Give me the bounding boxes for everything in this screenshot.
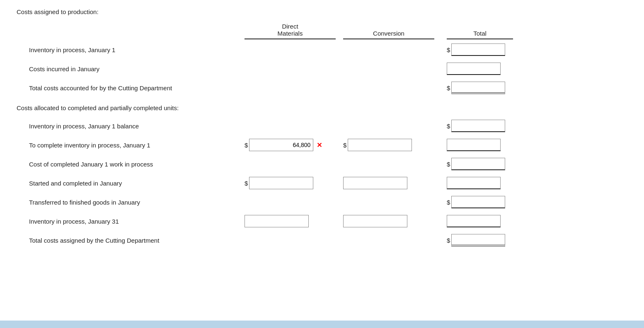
header-note: Costs assigned to production: [17,8,627,15]
dollar-total-costs-assigned: $ [447,237,450,244]
input-total-to-complete[interactable] [447,139,501,151]
input-total-total-costs-assigned[interactable] [451,234,505,246]
dollar-total-costs-accounted: $ [447,84,450,92]
input-total-started-completed[interactable] [447,177,501,189]
label-inv-jan31: Inventory in process, January 31 [17,218,245,225]
col-header-dm: DirectMaterials [245,23,336,39]
input-dm-to-complete[interactable] [249,139,313,151]
col-header-total: Total [447,30,513,39]
cell-total-inv-jan1-balance: $ [447,120,513,132]
cell-dm-started-completed: $ [245,177,336,189]
label-costs-incurred: Costs incurred in January [17,65,245,72]
cell-total-transferred-finished: $ [447,196,513,208]
cell-total-costs-incurred [447,63,513,75]
input-total-transferred-finished[interactable] [451,196,505,208]
input-dm-inv-jan31[interactable] [245,215,309,227]
label-cost-completed-jan1: Cost of completed January 1 work in proc… [17,161,245,168]
col-header-conv: Conversion [343,30,434,39]
cell-total-inv-jan31 [447,215,513,227]
row-total-costs-accounted: Total costs accounted for by the Cutting… [17,78,627,97]
input-conv-inv-jan31[interactable] [343,215,407,227]
cell-conv-to-complete: $ [343,139,434,151]
label-to-complete: To complete inventory in process, Januar… [17,142,245,149]
dollar-inv-jan1-balance: $ [447,123,450,130]
cell-conv-inv-jan31 [343,215,434,227]
label-total-costs-assigned: Total costs assigned by the Cutting Depa… [17,237,245,244]
input-total-inv-jan1-balance[interactable] [451,120,505,132]
row-started-completed: Started and completed in January $ [17,174,627,193]
row-inv-jan1-balance: Inventory in process, January 1 balance … [17,116,627,135]
dollar-dm-started-completed: $ [245,180,248,187]
row-cost-completed-jan1: Cost of completed January 1 work in proc… [17,154,627,174]
row-to-complete: To complete inventory in process, Januar… [17,135,627,154]
dollar-conv-to-complete: $ [343,142,346,149]
row-inv-jan1: Inventory in process, January 1 $ [17,40,627,59]
row-inv-jan31: Inventory in process, January 31 [17,212,627,231]
cell-total-inv-jan1: $ [447,43,513,56]
input-total-inv-jan31[interactable] [447,215,501,227]
row-costs-incurred: Costs incurred in January [17,59,627,78]
label-section-allocated: Costs allocated to completed and partial… [17,102,245,112]
cell-dm-to-complete: $ ✕ [245,139,336,151]
x-mark-to-complete: ✕ [317,141,322,149]
cell-dm-inv-jan31 [245,215,336,227]
column-headers: DirectMaterials Conversion Total [17,23,627,39]
input-total-costs-incurred[interactable] [447,63,501,75]
row-transferred-finished: Transferred to finished goods in January… [17,193,627,212]
cell-total-total-costs-accounted: $ [447,82,513,94]
dollar-transferred-finished: $ [447,199,450,206]
label-inv-jan1-balance: Inventory in process, January 1 balance [17,123,245,130]
dollar-inv-jan1: $ [447,46,450,53]
label-transferred-finished: Transferred to finished goods in January [17,199,245,206]
input-conv-started-completed[interactable] [343,177,407,189]
label-inv-jan1: Inventory in process, January 1 [17,46,245,53]
bottom-bar [0,321,644,328]
cell-total-to-complete [447,139,513,151]
label-started-completed: Started and completed in January [17,180,245,187]
input-total-inv-jan1[interactable] [451,43,505,56]
input-total-cost-completed-jan1[interactable] [451,158,505,170]
input-dm-started-completed[interactable] [249,177,313,189]
cell-conv-started-completed [343,177,434,189]
page: Costs assigned to production: DirectMate… [0,0,644,328]
cell-total-total-costs-assigned: $ [447,234,513,246]
row-total-costs-assigned: Total costs assigned by the Cutting Depa… [17,231,627,250]
label-total-costs-accounted: Total costs accounted for by the Cutting… [17,84,245,92]
row-section-allocated: Costs allocated to completed and partial… [17,97,627,116]
dollar-cost-completed-jan1: $ [447,161,450,168]
cell-total-started-completed [447,177,513,189]
dollar-dm-to-complete: $ [245,142,248,149]
input-total-total-costs-accounted[interactable] [451,82,505,94]
cell-total-cost-completed-jan1: $ [447,158,513,170]
input-conv-to-complete[interactable] [348,139,412,151]
